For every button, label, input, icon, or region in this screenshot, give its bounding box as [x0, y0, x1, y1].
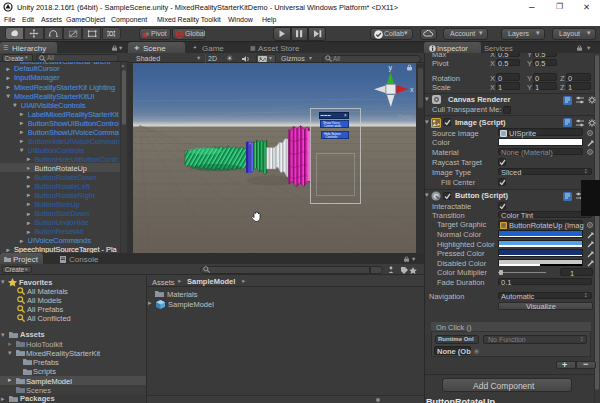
- svg-text:x: x: [410, 86, 414, 93]
- svg-text:y: y: [389, 64, 393, 72]
